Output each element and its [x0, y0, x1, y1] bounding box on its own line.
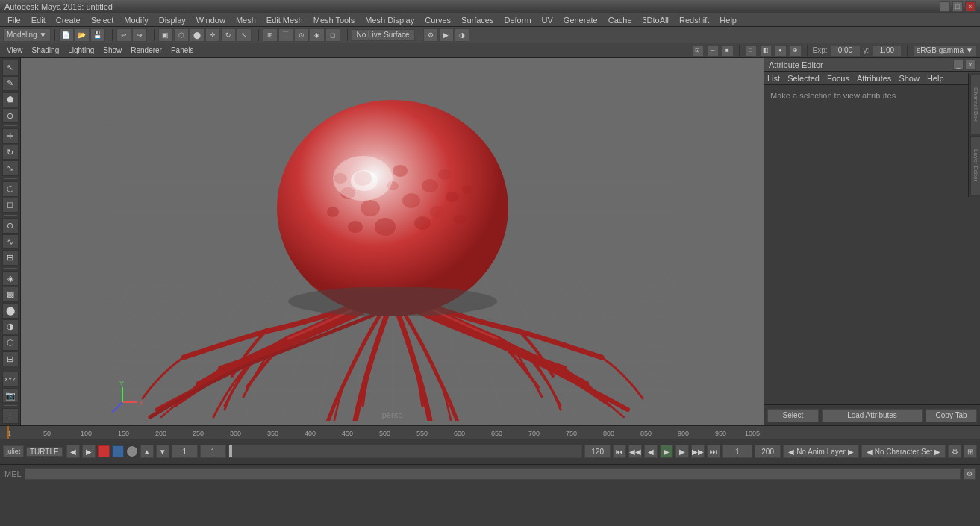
title-bar-controls[interactable]: _ □ × — [940, 1, 976, 12]
tool3-button[interactable]: ⬤ — [2, 303, 19, 319]
wireframe-button[interactable]: □ — [745, 45, 757, 57]
current-frame-field[interactable]: 1 — [172, 445, 198, 458]
shading-menu[interactable]: Shading — [28, 46, 63, 54]
redo-button[interactable]: ↪ — [132, 28, 147, 42]
load-attributes-button[interactable]: Load Attributes — [822, 409, 923, 422]
layer-editor-tab[interactable]: Layer Editor — [970, 136, 980, 195]
ipr-button[interactable]: ◑ — [455, 28, 469, 42]
lasso-button[interactable]: ⬡ — [174, 28, 189, 42]
undo-button[interactable]: ↩ — [116, 28, 131, 42]
object-select-button[interactable]: ◻ — [2, 198, 19, 213]
character-set-dropdown[interactable]: ◀ No Character Set ▶ — [861, 445, 946, 458]
menu-edit-mesh[interactable]: Edit Mesh — [262, 16, 308, 25]
component-mode-edge[interactable]: ─ — [707, 45, 719, 57]
move-button[interactable]: ✛ — [205, 28, 220, 42]
new-scene-button[interactable]: 📄 — [59, 28, 74, 42]
mode-selector[interactable]: Modeling ▼ — [3, 28, 51, 42]
menu-deform[interactable]: Deform — [499, 16, 535, 25]
step-forward-button[interactable]: ▶ — [675, 445, 689, 458]
menu-mesh[interactable]: Mesh — [231, 16, 260, 25]
anim-layer-dropdown[interactable]: ◀ No Anim Layer ▶ — [783, 445, 859, 458]
snap-surface-button[interactable]: ◈ — [310, 28, 325, 42]
show-menu[interactable]: Show — [99, 46, 125, 54]
range-end-field[interactable]: 200 — [755, 445, 781, 458]
color-swatch-2[interactable] — [112, 445, 124, 457]
attr-menu-help[interactable]: Help — [927, 74, 944, 83]
renderer-menu[interactable]: Renderer — [127, 46, 166, 54]
texture-button[interactable]: ⊕ — [790, 45, 802, 57]
smooth-shaded-button[interactable]: ● — [775, 45, 787, 57]
menu-window[interactable]: Window — [192, 16, 230, 25]
layer-up-button[interactable]: ▲ — [140, 445, 154, 458]
panels-menu[interactable]: Panels — [167, 46, 198, 54]
extras-button[interactable]: ⋮ — [2, 408, 19, 424]
open-button[interactable]: 📂 — [75, 28, 90, 42]
sculpt-button[interactable]: ⬟ — [2, 92, 19, 107]
scale-button[interactable]: ⤡ — [237, 28, 252, 42]
tool4-button[interactable]: ◑ — [2, 319, 19, 335]
menu-edit[interactable]: Edit — [27, 16, 50, 25]
next-key-button[interactable]: ▶▶ — [691, 445, 705, 458]
start-frame-field[interactable]: 1 — [200, 445, 226, 458]
camera-button[interactable]: 📷 — [2, 388, 19, 404]
attr-menu-show[interactable]: Show — [899, 74, 920, 83]
menu-create[interactable]: Create — [52, 16, 85, 25]
lighting-menu[interactable]: Lighting — [64, 46, 98, 54]
menu-uv[interactable]: UV — [537, 16, 558, 25]
menu-mesh-display[interactable]: Mesh Display — [361, 16, 419, 25]
close-button[interactable]: × — [965, 1, 976, 12]
channel-box-tab[interactable]: Channel Box — [970, 75, 980, 134]
layer-down-button[interactable]: ▼ — [156, 445, 169, 458]
move-tool-button[interactable]: ✛ — [2, 128, 19, 144]
play-button[interactable]: ▶ — [660, 445, 673, 458]
menu-cache[interactable]: Cache — [604, 16, 637, 25]
anim-thumb-start[interactable] — [229, 445, 232, 457]
extra-btn-2[interactable]: ⊞ — [964, 445, 977, 458]
copy-tab-button[interactable]: Copy Tab — [926, 409, 977, 422]
snap-grid-button[interactable]: ⊞ — [263, 28, 278, 42]
attr-editor-minimize[interactable]: _ — [953, 60, 964, 70]
component-mode-face[interactable]: ■ — [722, 45, 734, 57]
script-input[interactable] — [25, 468, 961, 480]
go-end-button[interactable]: ⏭ — [707, 445, 720, 458]
menu-help[interactable]: Help — [715, 16, 741, 25]
axis-button[interactable]: XYZ — [2, 372, 19, 387]
menu-curves[interactable]: Curves — [420, 16, 455, 25]
snap-curve-button[interactable]: ⌒ — [278, 28, 293, 42]
gamma-field[interactable]: 1.00 — [872, 45, 902, 57]
select-tool-button[interactable]: ▣ — [158, 28, 173, 42]
turtle-prev-button[interactable]: ◀ — [66, 445, 80, 458]
no-live-surface-button[interactable]: No Live Surface — [352, 29, 415, 41]
frame-counter[interactable]: 1 — [722, 445, 752, 458]
attr-menu-focus[interactable]: Focus — [827, 74, 849, 83]
paint-button[interactable]: ✎ — [2, 76, 19, 92]
extra-btn-1[interactable]: ⚙ — [948, 445, 961, 458]
tool5-button[interactable]: ⬡ — [2, 335, 19, 351]
anim-strip[interactable] — [228, 445, 582, 458]
attr-menu-list[interactable]: List — [767, 74, 780, 83]
render-button[interactable]: ▶ — [439, 28, 454, 42]
timeline-ruler[interactable]: 1 50 100 150 200 250 300 350 400 450 500… — [0, 426, 980, 439]
view-menu[interactable]: View — [3, 46, 27, 54]
rotate-tool-button[interactable]: ↻ — [2, 145, 19, 160]
rotate-button[interactable]: ↻ — [221, 28, 236, 42]
script-settings-button[interactable]: ⚙ — [964, 468, 976, 480]
color-swatch-1[interactable] — [98, 445, 110, 457]
prev-key-button[interactable]: ◀◀ — [628, 445, 642, 458]
curve-tool-button[interactable]: ∿ — [2, 234, 19, 250]
menu-mesh-tools[interactable]: Mesh Tools — [309, 16, 359, 25]
select-mode-button[interactable]: ↖ — [2, 60, 19, 75]
menu-generate[interactable]: Generate — [559, 16, 602, 25]
viewport[interactable]: X Y Z persp — [21, 58, 764, 425]
menu-redshift[interactable]: Redshift — [675, 16, 714, 25]
menu-modify[interactable]: Modify — [119, 16, 152, 25]
component-select-button[interactable]: ⬡ — [2, 181, 19, 197]
go-start-button[interactable]: ⏮ — [613, 445, 626, 458]
attr-menu-selected[interactable]: Selected — [787, 74, 820, 83]
tool1-button[interactable]: ◈ — [2, 271, 19, 287]
step-back-button[interactable]: ◀ — [644, 445, 658, 458]
scale-tool-button[interactable]: ⤡ — [2, 160, 19, 176]
end-frame-field[interactable]: 120 — [584, 445, 611, 458]
menu-3dtoall[interactable]: 3DtoAll — [638, 16, 673, 25]
select-button-attr[interactable]: Select — [767, 409, 819, 422]
